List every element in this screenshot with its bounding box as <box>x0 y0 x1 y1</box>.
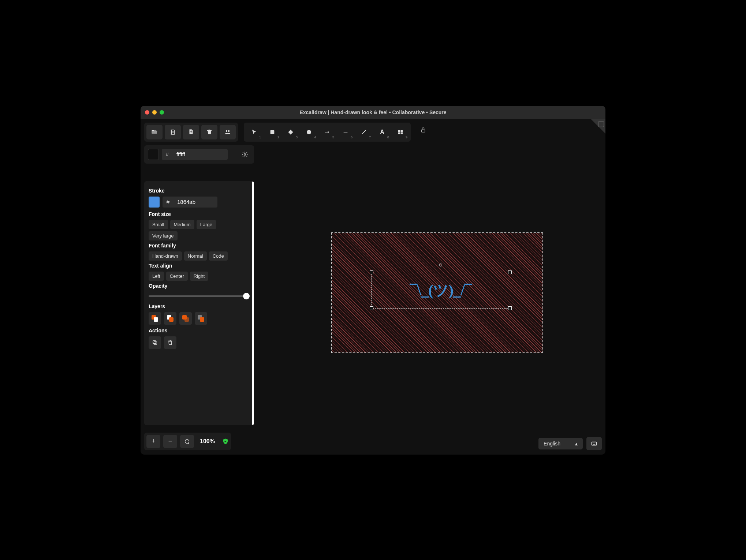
opacity-label: Opacity <box>149 283 250 289</box>
fontsize-large-button[interactable]: Large <box>197 220 216 229</box>
svg-point-3 <box>307 130 311 134</box>
fontsize-xlarge-button[interactable]: Very large <box>149 231 178 240</box>
ellipse-tool[interactable]: 4 <box>301 125 317 139</box>
save-button[interactable] <box>165 125 181 139</box>
bring-to-front-button[interactable] <box>195 312 207 325</box>
svg-rect-11 <box>153 340 156 343</box>
zoom-level: 100% <box>197 438 218 445</box>
content-area: 1 2 3 4 5 6 7 A8 9 # Stroke <box>141 119 605 455</box>
stroke-label: Stroke <box>149 188 250 194</box>
text-tool[interactable]: A8 <box>374 125 390 139</box>
svg-rect-10 <box>154 341 157 344</box>
svg-rect-6 <box>398 132 400 134</box>
export-button[interactable] <box>183 125 199 139</box>
svg-rect-5 <box>401 130 403 132</box>
bring-forward-button[interactable] <box>179 312 192 325</box>
properties-panel: Stroke # Font size Small Medium Large Ve… <box>144 181 254 425</box>
encrypted-shield-icon[interactable] <box>222 438 229 445</box>
collaborate-button[interactable] <box>220 125 236 139</box>
stroke-hash-label: # <box>163 197 174 208</box>
zoom-in-button[interactable]: + <box>146 435 160 448</box>
duplicate-button[interactable] <box>149 336 161 349</box>
background-color-row: # <box>144 145 254 164</box>
fontsize-small-button[interactable]: Small <box>149 220 168 229</box>
fontfamily-label: Font family <box>149 243 250 249</box>
github-corner-icon[interactable] <box>591 119 605 134</box>
minimize-window-button[interactable] <box>152 110 157 115</box>
zoom-toolbar: + − 100% <box>144 433 231 450</box>
file-toolbar <box>144 123 238 142</box>
selection-tool[interactable]: 1 <box>246 125 262 139</box>
svg-point-0 <box>226 130 228 132</box>
chevron-up-icon: ▴ <box>575 441 578 447</box>
open-button[interactable] <box>146 125 163 139</box>
delete-button[interactable] <box>164 336 176 349</box>
canvas[interactable]: ¯\_(ツ)_/¯ <box>261 141 602 429</box>
footer-right: English ▴ <box>538 437 602 450</box>
app-window: Excalidraw | Hand-drawn look & feel • Co… <box>141 106 605 455</box>
clear-canvas-button[interactable] <box>201 125 217 139</box>
svg-rect-15 <box>594 443 595 443</box>
fontfamily-normal-button[interactable]: Normal <box>184 251 207 261</box>
window-title: Excalidraw | Hand-drawn look & feel • Co… <box>141 109 605 115</box>
resize-handle-tr[interactable] <box>508 270 512 274</box>
arrow-tool[interactable]: 5 <box>319 125 335 139</box>
line-tool[interactable]: 6 <box>337 125 354 139</box>
textalign-left-button[interactable]: Left <box>149 272 164 281</box>
svg-rect-17 <box>593 444 596 444</box>
svg-point-9 <box>244 153 246 155</box>
rotate-handle[interactable] <box>439 264 442 266</box>
maximize-window-button[interactable] <box>160 110 164 115</box>
language-select[interactable]: English ▴ <box>538 438 583 449</box>
diamond-tool[interactable]: 3 <box>283 125 299 139</box>
zoom-out-button[interactable]: − <box>163 435 177 448</box>
svg-rect-16 <box>595 443 596 443</box>
fontsize-medium-button[interactable]: Medium <box>170 220 194 229</box>
svg-rect-7 <box>401 132 403 134</box>
titlebar: Excalidraw | Hand-drawn look & feel • Co… <box>141 106 605 119</box>
top-toolbars: 1 2 3 4 5 6 7 A8 9 <box>141 119 605 142</box>
fontsize-label: Font size <box>149 211 250 217</box>
send-to-back-button[interactable] <box>149 312 161 325</box>
layers-label: Layers <box>149 303 250 309</box>
lock-button[interactable] <box>417 123 430 137</box>
rectangle-tool[interactable]: 2 <box>264 125 280 139</box>
svg-point-1 <box>228 130 230 132</box>
settings-button[interactable] <box>239 149 250 160</box>
resize-handle-tl[interactable] <box>370 270 373 274</box>
library-tool[interactable]: 9 <box>392 125 409 139</box>
shape-toolbar: 1 2 3 4 5 6 7 A8 9 <box>244 123 411 142</box>
panel-scrollbar[interactable] <box>252 181 254 425</box>
draw-tool[interactable]: 7 <box>356 125 372 139</box>
language-label: English <box>544 441 560 447</box>
hash-label: # <box>162 149 173 160</box>
svg-rect-13 <box>592 443 593 443</box>
opacity-slider[interactable] <box>149 295 250 297</box>
selected-text-bounding-box[interactable]: ¯\_(ツ)_/¯ <box>371 272 510 309</box>
background-hex-input[interactable] <box>173 149 228 160</box>
close-window-button[interactable] <box>145 110 149 115</box>
keyboard-shortcuts-button[interactable] <box>586 437 602 450</box>
svg-rect-14 <box>593 443 594 443</box>
textalign-center-button[interactable]: Center <box>166 272 188 281</box>
resize-handle-br[interactable] <box>508 306 512 310</box>
svg-rect-2 <box>271 130 275 134</box>
canvas-text-element[interactable]: ¯\_(ツ)_/¯ <box>410 280 471 300</box>
background-swatch[interactable] <box>148 149 159 160</box>
svg-rect-8 <box>421 130 425 132</box>
svg-rect-4 <box>398 130 400 132</box>
window-controls <box>145 110 164 115</box>
textalign-label: Text align <box>149 263 250 269</box>
fontfamily-hand-button[interactable]: Hand-drawn <box>149 251 182 261</box>
send-backward-button[interactable] <box>164 312 176 325</box>
stroke-swatch[interactable] <box>149 197 160 208</box>
textalign-right-button[interactable]: Right <box>190 272 208 281</box>
resize-handle-bl[interactable] <box>370 306 373 310</box>
fontfamily-code-button[interactable]: Code <box>209 251 228 261</box>
svg-rect-12 <box>592 442 596 445</box>
zoom-reset-button[interactable] <box>180 435 194 448</box>
stroke-hex-input[interactable] <box>174 197 217 208</box>
actions-label: Actions <box>149 328 250 333</box>
